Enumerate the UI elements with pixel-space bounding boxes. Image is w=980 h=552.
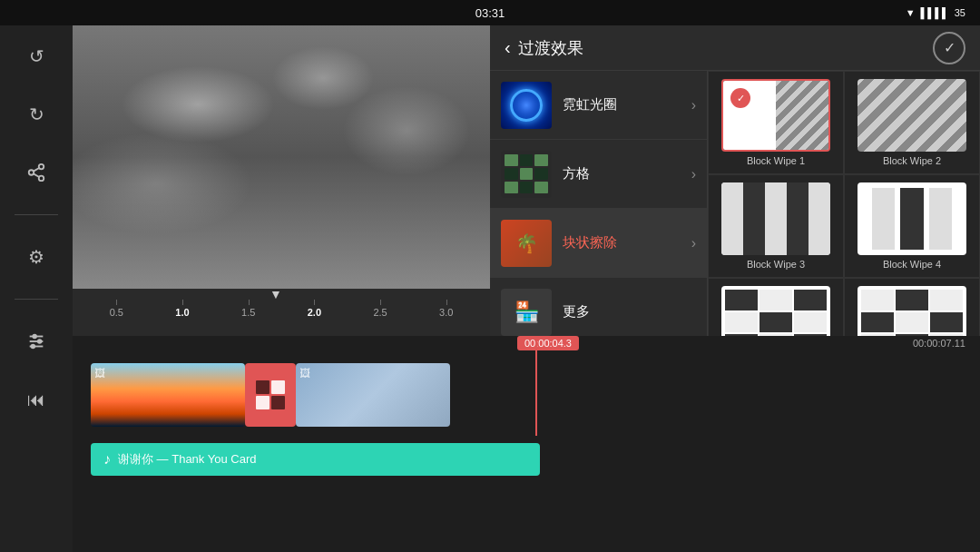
bw1-thumbnail: ✓: [721, 79, 830, 152]
status-time: 03:31: [475, 6, 505, 20]
music-track[interactable]: ♪ 谢谢你 — Thank You Card: [91, 443, 540, 476]
neon-label: 霓虹光圈: [563, 96, 617, 113]
bw3-label: Block Wipe 3: [747, 259, 805, 270]
sidebar-divider: [15, 214, 58, 215]
panel-title: 过渡效果: [518, 37, 583, 59]
current-timestamp: 00:00:04.3: [517, 336, 579, 350]
end-timestamp: 00:00:07.11: [907, 336, 971, 350]
tick-0-5: 0.5: [83, 307, 150, 318]
status-bar: 03:31 ▼ ▌▌▌▌ 35: [0, 0, 980, 25]
back-chevron-icon: ‹: [505, 37, 511, 58]
settings-button[interactable]: ⚙: [20, 241, 53, 273]
squares-arrow-icon: ›: [691, 166, 696, 182]
music-icon: ♪: [103, 451, 111, 468]
list-item-squares[interactable]: 方格 ›: [490, 140, 707, 209]
status-icons: ▼ ▌▌▌▌ 35: [906, 7, 965, 18]
grid-item-bw4[interactable]: Block Wipe 4: [844, 174, 980, 278]
tick-2-5: 2.5: [348, 307, 414, 318]
clip1-preview: [91, 363, 245, 427]
block-wipe-label: 块状擦除: [563, 234, 617, 251]
neon-thumb: [501, 82, 552, 129]
tick-1-0: 1.0: [150, 307, 216, 318]
clip2-image-icon: 🖼: [299, 367, 310, 380]
tick-3-0: 3.0: [413, 307, 479, 318]
preview-area: [73, 25, 490, 289]
grid-item-bw5[interactable]: Block Wipe 5: [708, 278, 844, 336]
preview-video: [73, 25, 490, 289]
bw3-thumbnail: [721, 182, 830, 255]
block-wipe-thumb: 🌴: [501, 220, 552, 267]
bw2-label: Block Wipe 2: [883, 155, 941, 166]
redo-button[interactable]: ↻: [20, 98, 53, 131]
battery-level: 35: [955, 7, 965, 18]
more-label: 更多: [563, 303, 590, 320]
panel-transition-list: 霓虹光圈 ›: [490, 71, 708, 336]
transitions-panel: ‹ 过渡效果 ✓ 霓虹光圈 ›: [490, 25, 980, 336]
clip-track: 🖼 🖼: [91, 363, 450, 427]
transition-grid-icon: [256, 380, 285, 409]
svg-point-2: [39, 176, 44, 182]
grid-item-bw2[interactable]: Block Wipe 2: [844, 71, 980, 174]
clip1-image-icon: 🖼: [94, 367, 105, 380]
adjust-button[interactable]: [20, 325, 53, 358]
panel-back-button[interactable]: ‹ 过渡效果: [505, 37, 583, 59]
bw5-thumbnail: [721, 286, 830, 336]
share-button[interactable]: [20, 156, 53, 189]
panel-content: 霓虹光圈 ›: [490, 71, 980, 336]
svg-point-8: [33, 335, 36, 339]
squares-label: 方格: [563, 165, 590, 182]
timeline-area: 00:00:04.3 00:00:07.11 🖼 🖼 ♪ 谢谢你 — Thank: [73, 336, 980, 552]
clip-1[interactable]: 🖼: [91, 363, 245, 427]
list-item-more[interactable]: 🏪 更多: [490, 278, 707, 336]
block-wipe-arrow-icon: ›: [691, 235, 696, 251]
neon-arrow-icon: ›: [691, 97, 696, 113]
bw6-thumbnail: [858, 286, 966, 336]
svg-point-1: [29, 170, 34, 175]
sidebar-divider-2: [15, 299, 58, 300]
svg-point-9: [38, 340, 42, 343]
bw1-label: Block Wipe 1: [747, 155, 805, 166]
grid-item-bw3[interactable]: Block Wipe 3: [708, 174, 844, 278]
svg-line-4: [34, 168, 39, 172]
signal-icon: ▌▌▌▌: [921, 7, 949, 18]
left-sidebar: ↺ ↻ ⚙ ⏮: [0, 25, 73, 552]
undo-button[interactable]: ↺: [20, 40, 53, 73]
tick-2-0: 2.0: [281, 307, 348, 318]
list-item-block-wipe[interactable]: 🌴 块状擦除 ›: [490, 209, 707, 278]
svg-point-0: [39, 164, 44, 170]
bw4-label: Block Wipe 4: [883, 259, 941, 270]
bw2-thumbnail: [858, 79, 966, 152]
bw4-thumbnail: [858, 182, 966, 255]
panel-confirm-button[interactable]: ✓: [933, 32, 965, 64]
transition-button[interactable]: [245, 363, 296, 427]
grid-item-bw1[interactable]: ✓ Block Wipe 1: [708, 71, 844, 174]
panel-header: ‹ 过渡效果 ✓: [490, 25, 980, 71]
clip-2[interactable]: 🖼: [296, 363, 450, 427]
list-item-neon[interactable]: 霓虹光圈 ›: [490, 71, 707, 140]
svg-point-10: [32, 345, 35, 349]
music-label: 谢谢你 — Thank You Card: [118, 451, 256, 468]
more-thumb: 🏪: [501, 289, 552, 336]
clip2-preview: [296, 363, 450, 427]
wifi-icon: ▼: [906, 7, 916, 18]
squares-thumb: [501, 151, 552, 198]
grid-item-bw6[interactable]: Block Wipe 6: [844, 278, 980, 336]
timeline-arrow-down: ▼: [270, 287, 282, 301]
tick-1-5: 1.5: [215, 307, 281, 318]
svg-line-3: [34, 173, 39, 177]
playhead[interactable]: [535, 336, 537, 436]
transitions-grid: ✓ Block Wipe 1 Block Wipe 2: [708, 71, 980, 336]
cloud-overlay: [73, 25, 490, 289]
skip-back-button[interactable]: ⏮: [20, 383, 53, 416]
